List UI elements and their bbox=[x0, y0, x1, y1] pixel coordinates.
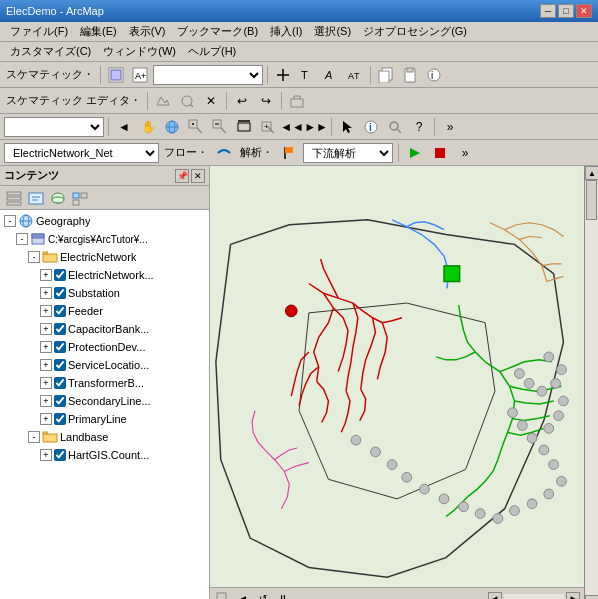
menu-bookmark[interactable]: ブックマーク(B) bbox=[171, 22, 264, 41]
menu-window[interactable]: ウィンドウ(W) bbox=[97, 42, 182, 61]
menu-help[interactable]: ヘルプ(H) bbox=[182, 42, 242, 61]
tb-btn-2[interactable]: A+ bbox=[129, 64, 151, 86]
hscroll-map-left[interactable]: ◄ bbox=[488, 592, 502, 600]
tb-net-1[interactable] bbox=[213, 142, 235, 164]
tb-text-btn[interactable]: T bbox=[296, 64, 318, 86]
vscroll-up-btn[interactable]: ▲ bbox=[585, 166, 598, 180]
minimize-button[interactable]: ─ bbox=[540, 4, 556, 18]
maximize-button[interactable]: □ bbox=[558, 4, 574, 18]
ct-drawing-btn[interactable] bbox=[26, 189, 46, 207]
tree-expander-land[interactable]: - bbox=[28, 431, 40, 443]
tb-std-prev-extent[interactable]: ◄◄ bbox=[281, 116, 303, 138]
tb-std-globe[interactable] bbox=[161, 116, 183, 138]
checkbox-electricnetwork[interactable] bbox=[54, 269, 66, 281]
map-canvas[interactable] bbox=[210, 166, 584, 587]
tb-ed-4[interactable]: ↩ bbox=[231, 90, 253, 112]
panel-close-btn[interactable]: ✕ bbox=[191, 169, 205, 183]
nav-pan-left-btn[interactable]: ◄ bbox=[234, 590, 252, 600]
tb-at-btn[interactable]: AT bbox=[344, 64, 366, 86]
tb-std-find[interactable] bbox=[384, 116, 406, 138]
nav-pause-btn[interactable]: ⏸ bbox=[274, 590, 292, 600]
checkbox-secondaryline[interactable] bbox=[54, 395, 66, 407]
tb-ed-5[interactable]: ↪ bbox=[255, 90, 277, 112]
tree-item-landbase[interactable]: - Landbase bbox=[0, 428, 209, 446]
vscroll-thumb[interactable] bbox=[586, 180, 597, 220]
tb-copy-btn[interactable] bbox=[375, 64, 397, 86]
menu-customize[interactable]: カスタマイズ(C) bbox=[4, 42, 97, 61]
tree-item-servicelocation[interactable]: + ServiceLocatio... bbox=[0, 356, 209, 374]
tb-ed-2[interactable] bbox=[176, 90, 198, 112]
tb-net-run[interactable] bbox=[404, 142, 426, 164]
tb-std-next-extent[interactable]: ►► bbox=[305, 116, 327, 138]
checkbox-servicelocation[interactable] bbox=[54, 359, 66, 371]
checkbox-primaryline[interactable] bbox=[54, 413, 66, 425]
tb-std-more[interactable]: » bbox=[439, 116, 461, 138]
network-dropdown[interactable]: ElectricNetwork_Net bbox=[4, 143, 159, 163]
hscroll-map-right[interactable]: ► bbox=[566, 592, 580, 600]
tb-std-zoom-in[interactable] bbox=[185, 116, 207, 138]
tree-item-substation[interactable]: + Substation bbox=[0, 284, 209, 302]
tree-expander-trans[interactable]: + bbox=[40, 377, 52, 389]
tb-ed-6[interactable] bbox=[286, 90, 308, 112]
layer-dropdown[interactable] bbox=[4, 117, 104, 137]
tb-a-btn[interactable]: A bbox=[320, 64, 342, 86]
tb-paste-btn[interactable] bbox=[399, 64, 421, 86]
checkbox-hartgis[interactable] bbox=[54, 449, 66, 461]
tb-net-flag[interactable] bbox=[278, 142, 300, 164]
map-vscrollbar[interactable]: ▲ ▼ bbox=[584, 166, 598, 599]
tree-item-capacitorbank[interactable]: + CapacitorBank... bbox=[0, 320, 209, 338]
nav-refresh-btn[interactable]: ↺ bbox=[254, 590, 272, 600]
tb-net-more[interactable]: » bbox=[454, 142, 476, 164]
tree-item-path[interactable]: - C:¥arcgis¥ArcTutor¥... bbox=[0, 230, 209, 248]
tree-expander-feeder[interactable]: + bbox=[40, 305, 52, 317]
tree-item-feeder[interactable]: + Feeder bbox=[0, 302, 209, 320]
checkbox-feeder[interactable] bbox=[54, 305, 66, 317]
checkbox-substation[interactable] bbox=[54, 287, 66, 299]
tree-item-geography[interactable]: - Geography bbox=[0, 212, 209, 230]
tree-expander-electric[interactable]: - bbox=[28, 251, 40, 263]
tree-expander-svc[interactable]: + bbox=[40, 359, 52, 371]
checkbox-protectiondev[interactable] bbox=[54, 341, 66, 353]
tree-expander-cap[interactable]: + bbox=[40, 323, 52, 335]
tree-expander-pri[interactable]: + bbox=[40, 413, 52, 425]
menu-geoprocessing[interactable]: ジオプロセシング(G) bbox=[357, 22, 473, 41]
checkbox-transformerb[interactable] bbox=[54, 377, 66, 389]
menu-insert[interactable]: 挿入(I) bbox=[264, 22, 308, 41]
checkbox-capacitorbank[interactable] bbox=[54, 323, 66, 335]
ct-source-btn[interactable] bbox=[48, 189, 68, 207]
menu-view[interactable]: 表示(V) bbox=[123, 22, 172, 41]
tb-std-help[interactable]: ? bbox=[408, 116, 430, 138]
nav-zoom-btn[interactable] bbox=[214, 590, 232, 600]
tb-net-stop[interactable] bbox=[429, 142, 451, 164]
ct-select-btn[interactable] bbox=[70, 189, 90, 207]
tb-move-btn[interactable] bbox=[272, 64, 294, 86]
tree-expander-geography[interactable]: - bbox=[4, 215, 16, 227]
tb-std-zoom-in2[interactable]: + bbox=[257, 116, 279, 138]
tb-btn-1[interactable] bbox=[105, 64, 127, 86]
menu-select[interactable]: 選択(S) bbox=[308, 22, 357, 41]
tree-expander-prot[interactable]: + bbox=[40, 341, 52, 353]
tb-ed-1[interactable] bbox=[152, 90, 174, 112]
tree-item-electricnetwork[interactable]: + ElectricNetwork... bbox=[0, 266, 209, 284]
tb-std-identify[interactable]: i bbox=[360, 116, 382, 138]
close-button[interactable]: ✕ bbox=[576, 4, 592, 18]
tree-expander-substation[interactable]: + bbox=[40, 287, 52, 299]
tree-item-secondaryline[interactable]: + SecondaryLine... bbox=[0, 392, 209, 410]
tree-expander-sec[interactable]: + bbox=[40, 395, 52, 407]
ct-list-btn[interactable] bbox=[4, 189, 24, 207]
tree-item-transformerb[interactable]: + TransformerB... bbox=[0, 374, 209, 392]
panel-pin-btn[interactable]: 📌 bbox=[175, 169, 189, 183]
tree-view[interactable]: - Geography - C:¥arcgis¥ArcTutor¥... - bbox=[0, 210, 209, 599]
tb-ed-3[interactable]: ✕ bbox=[200, 90, 222, 112]
menu-edit[interactable]: 編集(E) bbox=[74, 22, 123, 41]
tb-std-zoom-out[interactable] bbox=[209, 116, 231, 138]
tb-std-select[interactable] bbox=[336, 116, 358, 138]
tb-std-full-extent[interactable] bbox=[233, 116, 255, 138]
analysis-dropdown[interactable]: 下流解析 bbox=[303, 143, 393, 163]
menu-file[interactable]: ファイル(F) bbox=[4, 22, 74, 41]
schematic-dropdown[interactable] bbox=[153, 65, 263, 85]
map-area[interactable]: ▲ ▼ ◄ ↺ ⏸ ◄ ► bbox=[210, 166, 598, 599]
tree-expander-path[interactable]: - bbox=[16, 233, 28, 245]
tb-std-pan[interactable]: ✋ bbox=[137, 116, 159, 138]
tb-extra-btn[interactable]: i bbox=[423, 64, 445, 86]
